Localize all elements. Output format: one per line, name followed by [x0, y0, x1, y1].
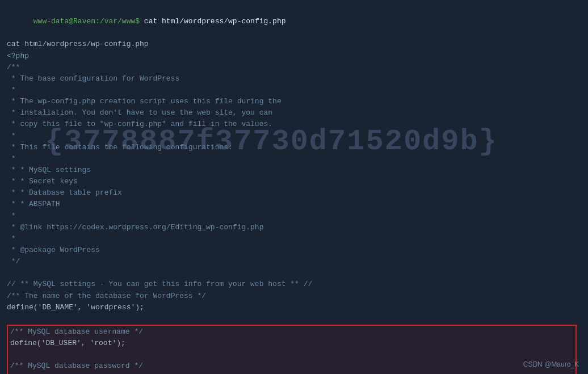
terminal-line: * * ABSPATH: [7, 199, 581, 210]
terminal-window: {3778887f37730d71520d9b} www-data@Raven:…: [0, 0, 588, 374]
terminal-line: [10, 349, 573, 360]
terminal-line: * The wp-config.php creation script uses…: [7, 96, 581, 107]
db-user-define: define('DB_USER', 'root');: [10, 338, 573, 349]
csdn-attribution: CSDN @Mauro_K: [523, 360, 579, 368]
terminal-line: // ** MySQL settings - You can get this …: [7, 279, 581, 290]
db-password-define: define('DB_PASSWORD', 'R@v3nSecurity');: [10, 372, 573, 375]
command-text: cat html/wordpress/wp-config.php: [140, 17, 285, 26]
terminal-line: [7, 267, 581, 279]
terminal-line: <?php: [7, 51, 581, 62]
terminal-line: * * Database table prefix: [7, 187, 581, 199]
terminal-line: *: [7, 211, 581, 222]
terminal-line: *: [7, 153, 581, 165]
highlighted-credentials-block: /** MySQL database username */ define('D…: [7, 325, 577, 374]
db-user-comment: /** MySQL database username */: [10, 326, 573, 338]
terminal-line: *: [7, 233, 581, 245]
terminal-line: * This file contains the following confi…: [7, 142, 581, 153]
terminal-line: * copy this file to "wp-config.php" and …: [7, 119, 581, 130]
terminal-line: www-data@Raven:/var/www$ cat html/wordpr…: [7, 5, 581, 39]
terminal-line: * * Secret keys: [7, 176, 581, 187]
terminal-line: [7, 313, 581, 325]
terminal-line: * * MySQL settings: [7, 165, 581, 176]
terminal-line: *: [7, 131, 581, 142]
terminal-line: /** The name of the database for WordPre…: [7, 291, 581, 302]
terminal-line: * @package WordPress: [7, 245, 581, 256]
terminal-line: * installation. You don't have to use th…: [7, 107, 581, 119]
terminal-line: define('DB_NAME', 'wordpress');: [7, 302, 581, 313]
db-password-comment: /** MySQL database password */: [10, 360, 573, 372]
terminal-line: * @link https://codex.wordpress.org/Edit…: [7, 222, 581, 233]
terminal-line: */: [7, 256, 581, 267]
terminal-line: /**: [7, 62, 581, 73]
terminal-line: *: [7, 85, 581, 96]
prompt-text: www-data@Raven:/var/www$: [33, 17, 140, 26]
terminal-line: cat html/wordpress/wp-config.php: [7, 39, 581, 50]
terminal-line: * The base configuration for WordPress: [7, 73, 581, 85]
terminal-content: www-data@Raven:/var/www$ cat html/wordpr…: [7, 5, 581, 374]
